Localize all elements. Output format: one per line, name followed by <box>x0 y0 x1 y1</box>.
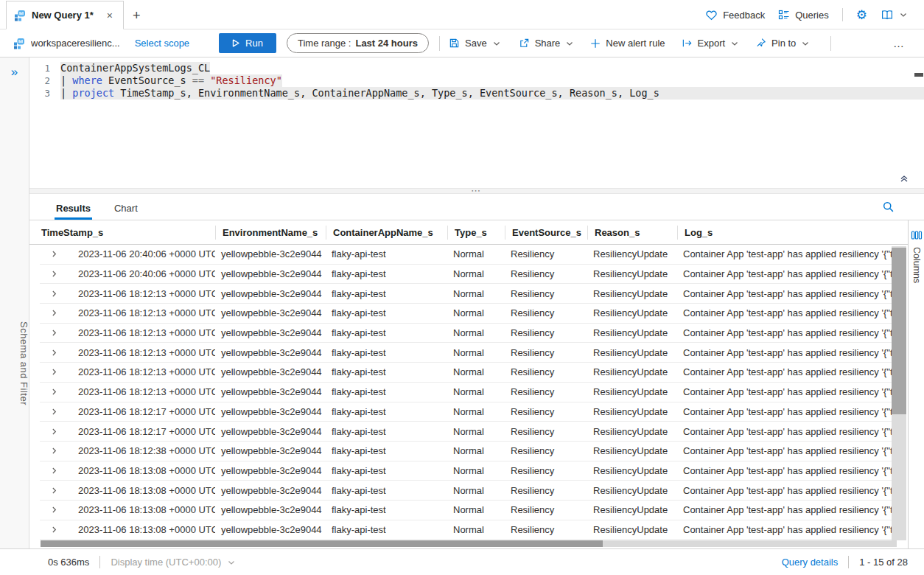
cell-log: Container App 'test-app' has applied res… <box>677 504 902 515</box>
row-expander[interactable] <box>40 349 68 357</box>
tab-new-query-1[interactable]: New Query 1* × <box>6 1 124 29</box>
time-range-picker[interactable]: Time range : Last 24 hours <box>287 33 429 53</box>
row-expander[interactable] <box>40 329 68 337</box>
kql-query-editor[interactable]: 1ContainerAppSystemLogs_CL 2| where Even… <box>29 58 924 188</box>
new-tab-button[interactable]: + <box>133 9 141 22</box>
new-alert-rule-button[interactable]: New alert rule <box>590 38 665 49</box>
schema-filter-label: Schema and Filter <box>0 321 29 405</box>
run-button[interactable]: Run <box>219 33 276 53</box>
row-expander[interactable] <box>40 250 68 258</box>
results-table-body: 2023-11-06 20:40:06 +0000 UTC yellowpebb… <box>40 245 902 540</box>
row-expander[interactable] <box>40 526 68 534</box>
chevron-right-icon <box>50 388 58 396</box>
column-header-containerapp[interactable]: ContainerAppName_s <box>326 220 447 244</box>
share-button[interactable]: Share <box>519 38 575 49</box>
column-header-environment[interactable]: EnvironmentName_s <box>215 220 326 244</box>
cell-type: Normal <box>447 347 505 358</box>
panel-splitter[interactable]: ⋯ <box>29 188 924 194</box>
display-time-dropdown[interactable]: Display time (UTC+00:00) <box>111 557 236 568</box>
cell-environment-name: yellowpebble-3c2e9044 <box>215 327 326 338</box>
chevron-right-icon <box>50 349 58 357</box>
row-expander[interactable] <box>40 290 68 298</box>
table-row[interactable]: 2023-11-06 18:12:13 +0000 UTC yellowpebb… <box>40 324 902 344</box>
table-row[interactable]: 2023-11-06 18:12:13 +0000 UTC yellowpebb… <box>40 304 902 324</box>
chevron-right-icon <box>50 428 58 436</box>
row-expander[interactable] <box>40 368 68 376</box>
cell-type: Normal <box>447 426 505 437</box>
log-analytics-icon <box>14 10 26 21</box>
column-header-reason[interactable]: Reason_s <box>587 220 677 244</box>
table-row[interactable]: 2023-11-06 18:13:08 +0000 UTC yellowpebb… <box>40 481 902 501</box>
queries-button[interactable]: Queries <box>778 9 829 21</box>
vertical-scrollbar[interactable] <box>892 246 906 540</box>
row-expander[interactable] <box>40 309 68 317</box>
table-row[interactable]: 2023-11-06 20:40:06 +0000 UTC yellowpebb… <box>40 245 902 265</box>
table-row[interactable]: 2023-11-06 18:13:08 +0000 UTC yellowpebb… <box>40 520 902 540</box>
reference-book-button[interactable] <box>881 9 908 21</box>
chevron-down-icon <box>227 558 236 567</box>
column-header-timestamp[interactable]: TimeStamp_s <box>40 220 215 244</box>
collapse-editor-button[interactable] <box>899 173 909 184</box>
more-commands-button[interactable]: … <box>893 37 905 49</box>
cell-timestamp: 2023-11-06 18:12:13 +0000 UTC <box>68 307 215 318</box>
export-button[interactable]: Export <box>682 38 740 49</box>
horizontal-scrollbar[interactable] <box>41 540 897 547</box>
table-row[interactable]: 2023-11-06 18:12:13 +0000 UTC yellowpebb… <box>40 383 902 402</box>
chevron-down-icon <box>492 39 501 48</box>
tab-results[interactable]: Results <box>55 198 92 220</box>
close-tab-icon[interactable]: × <box>105 10 114 21</box>
row-expander[interactable] <box>40 447 68 455</box>
select-scope-link[interactable]: Select scope <box>135 38 189 49</box>
settings-button[interactable]: ⚙ <box>856 9 867 21</box>
table-row[interactable]: 2023-11-06 18:12:38 +0000 UTC yellowpebb… <box>40 442 902 461</box>
cell-type: Normal <box>447 288 505 299</box>
chevron-right-icon <box>50 487 58 495</box>
row-expander[interactable] <box>40 270 68 278</box>
cell-event-source: Resiliency <box>505 485 587 496</box>
search-results-button[interactable] <box>882 201 895 213</box>
row-expander[interactable] <box>40 506 68 514</box>
pin-to-button[interactable]: Pin to <box>755 38 810 49</box>
table-row[interactable]: 2023-11-06 18:12:17 +0000 UTC yellowpebb… <box>40 422 902 442</box>
feedback-button[interactable]: Feedback <box>705 9 765 21</box>
horizontal-scrollbar-thumb[interactable] <box>41 540 603 547</box>
line-number: 3 <box>29 87 50 100</box>
token-plain <box>204 74 210 86</box>
divider <box>99 556 100 568</box>
save-button[interactable]: Save <box>449 38 501 49</box>
cell-log: Container App 'test-app' has applied res… <box>677 386 902 397</box>
cell-container-app-name: flaky-api-test <box>326 465 447 476</box>
row-expander[interactable] <box>40 487 68 495</box>
cell-reason: ResiliencyUpdate <box>587 248 677 259</box>
heart-icon <box>705 9 718 21</box>
row-expander[interactable] <box>40 408 68 416</box>
expand-sidebar-icon[interactable]: » <box>0 65 29 80</box>
chevron-down-icon <box>801 39 810 48</box>
columns-side-panel[interactable]: Columns <box>908 220 924 548</box>
table-row[interactable]: 2023-11-06 18:13:08 +0000 UTC yellowpebb… <box>40 501 902 520</box>
cell-container-app-name: flaky-api-test <box>326 268 447 279</box>
book-icon <box>881 9 894 21</box>
column-header-log[interactable]: Log_s <box>677 220 908 244</box>
vertical-scrollbar-thumb[interactable] <box>892 248 906 414</box>
table-row[interactable]: 2023-11-06 18:12:13 +0000 UTC yellowpebb… <box>40 284 902 304</box>
row-expander[interactable] <box>40 388 68 396</box>
save-label: Save <box>465 38 487 49</box>
row-expander[interactable] <box>40 467 68 475</box>
tab-chart[interactable]: Chart <box>113 198 139 220</box>
chevron-right-icon <box>50 368 58 376</box>
query-details-link[interactable]: Query details <box>782 557 839 568</box>
cell-event-source: Resiliency <box>505 347 587 358</box>
column-header-type[interactable]: Type_s <box>447 220 505 244</box>
table-row[interactable]: 2023-11-06 18:13:08 +0000 UTC yellowpebb… <box>40 461 902 481</box>
chevron-right-icon <box>50 250 58 258</box>
query-duration: 0s 636ms <box>48 557 89 568</box>
editor-scrollbar-thumb[interactable] <box>914 73 923 77</box>
row-expander[interactable] <box>40 428 68 436</box>
cell-type: Normal <box>447 386 505 397</box>
table-row[interactable]: 2023-11-06 18:12:13 +0000 UTC yellowpebb… <box>40 363 902 383</box>
table-row[interactable]: 2023-11-06 18:12:17 +0000 UTC yellowpebb… <box>40 402 902 422</box>
column-header-eventsource[interactable]: EventSource_s <box>505 220 587 244</box>
table-row[interactable]: 2023-11-06 18:12:13 +0000 UTC yellowpebb… <box>40 343 902 363</box>
table-row[interactable]: 2023-11-06 20:40:06 +0000 UTC yellowpebb… <box>40 265 902 285</box>
